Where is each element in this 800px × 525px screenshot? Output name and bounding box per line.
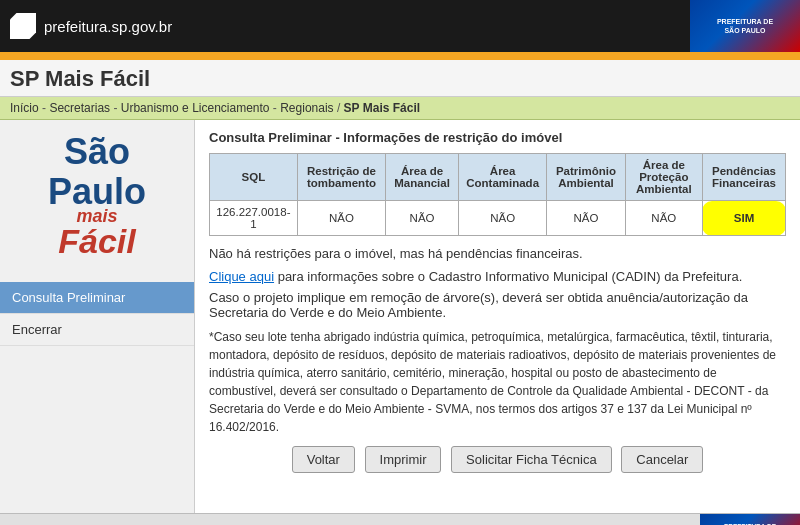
action-buttons: Voltar Imprimir Solicitar Ficha Técnica … bbox=[209, 446, 786, 473]
disclaimer-text: *Caso seu lote tenha abrigado indústria … bbox=[209, 328, 786, 436]
breadcrumb-regionais[interactable]: Regionais bbox=[280, 101, 333, 115]
col-contaminada: Área Contaminada bbox=[458, 154, 546, 201]
breadcrumb-urbanismo[interactable]: Urbanismo e Licenciamento bbox=[121, 101, 270, 115]
page-title: SP Mais Fácil bbox=[10, 66, 150, 91]
breadcrumb-inicio[interactable]: Início bbox=[10, 101, 39, 115]
solicitar-ficha-button[interactable]: Solicitar Ficha Técnica bbox=[451, 446, 612, 473]
sidebar: São Paulo mais Fácil Consulta Preliminar… bbox=[0, 120, 195, 513]
results-table: SQL Restrição de tombamento Área de Mana… bbox=[209, 153, 786, 236]
info-cadin: Clique aqui para informações sobre o Cad… bbox=[209, 269, 786, 284]
cell-patrimonio: NÃO bbox=[547, 201, 625, 236]
sidebar-item-consulta-preliminar[interactable]: Consulta Preliminar bbox=[0, 282, 194, 314]
main-layout: São Paulo mais Fácil Consulta Preliminar… bbox=[0, 120, 800, 513]
sidebar-logo-sao: São bbox=[10, 132, 184, 172]
info-arvores: Caso o projeto implique em remoção de ár… bbox=[209, 290, 786, 320]
content-area: Consulta Preliminar - Informações de res… bbox=[195, 120, 800, 513]
header-logo-icon bbox=[10, 13, 36, 39]
col-restricao: Restrição de tombamento bbox=[297, 154, 385, 201]
cadin-link[interactable]: Clique aqui bbox=[209, 269, 274, 284]
cancelar-button[interactable]: Cancelar bbox=[621, 446, 703, 473]
breadcrumb-secretarias[interactable]: Secretarias bbox=[49, 101, 110, 115]
header-sp-logo-text: PREFEITURA DESÃO PAULO bbox=[717, 17, 773, 35]
col-protecao: Área de Proteção Ambiental bbox=[625, 154, 702, 201]
footer: Copyright | Expediente | Fale Conosco | … bbox=[0, 513, 800, 525]
header-logo-area: prefeitura.sp.gov.br bbox=[10, 13, 172, 39]
header: prefeitura.sp.gov.br PREFEITURA DESÃO PA… bbox=[0, 0, 800, 52]
col-manancial: Área de Manancial bbox=[386, 154, 459, 201]
cell-protecao: NÃO bbox=[625, 201, 702, 236]
cell-pendencias: SIM bbox=[702, 201, 785, 236]
header-site-name: prefeitura.sp.gov.br bbox=[44, 18, 172, 35]
info-cadin-text: para informações sobre o Cadastro Inform… bbox=[274, 269, 742, 284]
voltar-button[interactable]: Voltar bbox=[292, 446, 355, 473]
sidebar-menu: Consulta Preliminar Encerrar bbox=[0, 282, 194, 346]
footer-sp-logo: PREFEITURA DESÃO PAULO bbox=[700, 514, 800, 525]
content-section-title: Consulta Preliminar - Informações de res… bbox=[209, 130, 786, 145]
col-pendencias: Pendências Financeiras bbox=[702, 154, 785, 201]
cell-contaminada: NÃO bbox=[458, 201, 546, 236]
sidebar-logo: São Paulo mais Fácil bbox=[0, 120, 194, 272]
breadcrumb-sp-mais-facil: SP Mais Fácil bbox=[344, 101, 420, 115]
title-area: SP Mais Fácil bbox=[0, 60, 800, 97]
sidebar-item-encerrar[interactable]: Encerrar bbox=[0, 314, 194, 346]
cell-manancial: NÃO bbox=[386, 201, 459, 236]
col-patrimonio: Patrimônio Ambiental bbox=[547, 154, 625, 201]
sidebar-logo-graphic: São Paulo mais Fácil bbox=[10, 132, 184, 260]
breadcrumb: Início - Secretarias - Urbanismo e Licen… bbox=[0, 97, 800, 120]
col-sql: SQL bbox=[210, 154, 298, 201]
info-no-restricoes: Não há restrições para o imóvel, mas há … bbox=[209, 246, 786, 261]
cell-sql: 126.227.0018-1 bbox=[210, 201, 298, 236]
sidebar-logo-facil: Fácil bbox=[10, 223, 184, 260]
cell-restricao: NÃO bbox=[297, 201, 385, 236]
imprimir-button[interactable]: Imprimir bbox=[365, 446, 442, 473]
orange-bar bbox=[0, 52, 800, 60]
header-sp-logo: PREFEITURA DESÃO PAULO bbox=[690, 0, 800, 52]
